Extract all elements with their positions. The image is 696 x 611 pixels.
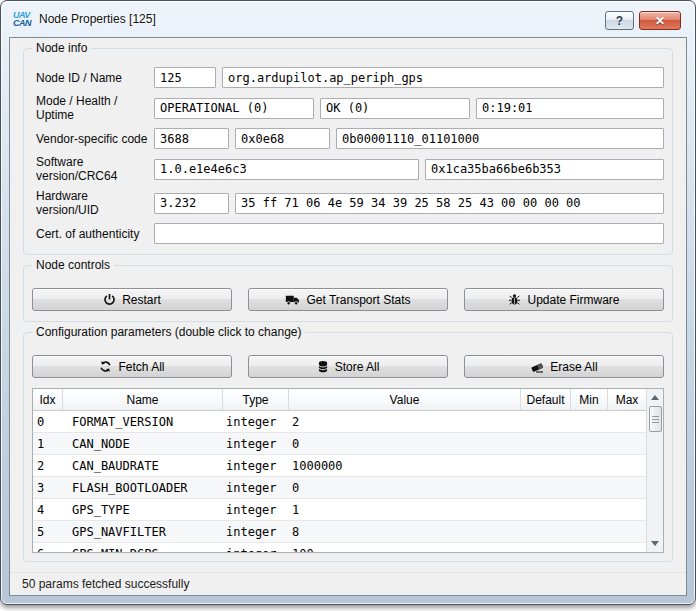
param-row-5[interactable]: 5 GPS_NAVFILTER integer 8	[33, 521, 646, 543]
column-header-type[interactable]: Type	[223, 389, 289, 410]
label-vendor-code: Vendor-specific code	[32, 132, 154, 146]
uptime-field[interactable]	[476, 98, 664, 119]
table-scrollbar[interactable]	[646, 389, 663, 552]
status-message: 50 params fetched successfully	[22, 577, 189, 591]
vendor-bin-field[interactable]	[336, 128, 664, 149]
truck-icon	[285, 293, 300, 306]
row-node-id-name: Node ID / Name	[32, 67, 664, 88]
node-info-group: Node info Node ID / Name Mode / Health /…	[23, 48, 673, 255]
config-params-buttons: Fetch All Store All Erase All	[32, 355, 664, 378]
node-controls-title: Node controls	[32, 258, 114, 272]
params-table: Idx Name Type Value Default Min Max 0 FO…	[32, 388, 664, 553]
client-area: Node info Node ID / Name Mode / Health /…	[9, 37, 687, 596]
cert-field[interactable]	[154, 223, 664, 244]
database-icon	[317, 360, 329, 373]
node-name-field[interactable]	[222, 67, 664, 88]
software-crc-field[interactable]	[425, 159, 664, 180]
titlebar[interactable]: UAV CAN Node Properties [125] ? ✕	[1, 1, 695, 37]
restart-button[interactable]: Restart	[32, 288, 232, 311]
vendor-dec-field[interactable]	[154, 128, 229, 149]
param-row-3[interactable]: 3 FLASH_BOOTLOADER integer 0	[33, 477, 646, 499]
node-controls-buttons: Restart Get Transport Stats Update Firmw…	[32, 288, 664, 311]
node-info-title: Node info	[32, 41, 91, 55]
column-header-name[interactable]: Name	[63, 389, 223, 410]
hardware-uid-field[interactable]	[235, 193, 664, 214]
label-mode-health-uptime: Mode / Health / Uptime	[32, 94, 154, 122]
param-row-0[interactable]: 0 FORMAT_VERSION integer 2	[33, 411, 646, 433]
row-vendor-code: Vendor-specific code	[32, 128, 664, 149]
erase-all-button[interactable]: Erase All	[464, 355, 664, 378]
window-title: Node Properties [125]	[39, 12, 156, 26]
update-firmware-button[interactable]: Update Firmware	[464, 288, 664, 311]
node-properties-window: UAV CAN Node Properties [125] ? ✕ Node i…	[0, 0, 696, 605]
params-table-body: Idx Name Type Value Default Min Max 0 FO…	[33, 389, 646, 552]
power-icon	[103, 293, 116, 306]
label-cert: Cert. of authenticity	[32, 227, 154, 241]
column-header-default[interactable]: Default	[521, 389, 571, 410]
refresh-icon	[99, 360, 112, 373]
config-params-group: Configuration parameters (double click t…	[23, 332, 673, 562]
param-row-4[interactable]: 4 GPS_TYPE integer 1	[33, 499, 646, 521]
transport-stats-button[interactable]: Get Transport Stats	[248, 288, 448, 311]
row-cert: Cert. of authenticity	[32, 223, 664, 244]
scroll-thumb[interactable]	[649, 406, 662, 432]
help-icon: ?	[616, 14, 623, 28]
row-hardware-version: Hardware version/UID	[32, 189, 664, 217]
scroll-up-icon[interactable]	[651, 395, 659, 400]
params-table-header[interactable]: Idx Name Type Value Default Min Max	[33, 389, 646, 411]
node-controls-group: Node controls Restart Get Transport Stat…	[23, 265, 673, 322]
dialog-body: Node info Node ID / Name Mode / Health /…	[10, 38, 686, 572]
label-hardware-version: Hardware version/UID	[32, 189, 154, 217]
param-row-1[interactable]: 1 CAN_NODE integer 0	[33, 433, 646, 455]
uavcan-logo-icon: UAV CAN	[13, 11, 31, 27]
param-row-2[interactable]: 2 CAN_BAUDRATE integer 1000000	[33, 455, 646, 477]
fetch-all-button[interactable]: Fetch All	[32, 355, 232, 378]
health-field[interactable]	[320, 98, 470, 119]
store-all-button[interactable]: Store All	[248, 355, 448, 378]
column-header-value[interactable]: Value	[289, 389, 521, 410]
scroll-down-icon[interactable]	[651, 541, 659, 546]
row-mode-health-uptime: Mode / Health / Uptime	[32, 94, 664, 122]
help-button[interactable]: ?	[605, 11, 634, 30]
hardware-version-field[interactable]	[154, 193, 229, 214]
row-software-version: Software version/CRC64	[32, 155, 664, 183]
column-header-max[interactable]: Max	[608, 389, 646, 410]
mode-field[interactable]	[154, 98, 314, 119]
close-icon: ✕	[655, 14, 665, 28]
bug-icon	[508, 293, 521, 306]
close-button[interactable]: ✕	[639, 11, 681, 30]
config-params-title: Configuration parameters (double click t…	[32, 325, 305, 339]
column-header-min[interactable]: Min	[571, 389, 608, 410]
label-node-id-name: Node ID / Name	[32, 71, 154, 85]
status-bar: 50 params fetched successfully	[10, 572, 686, 595]
software-version-field[interactable]	[154, 159, 419, 180]
vendor-hex-field[interactable]	[235, 128, 330, 149]
label-software-version: Software version/CRC64	[32, 155, 154, 183]
node-id-field[interactable]	[154, 67, 216, 88]
caption-buttons: ? ✕	[605, 11, 681, 30]
eraser-icon	[530, 361, 544, 373]
column-header-idx[interactable]: Idx	[33, 389, 63, 410]
param-row-6[interactable]: 6 GPS_MIN_DGPS integer 100	[33, 543, 646, 552]
